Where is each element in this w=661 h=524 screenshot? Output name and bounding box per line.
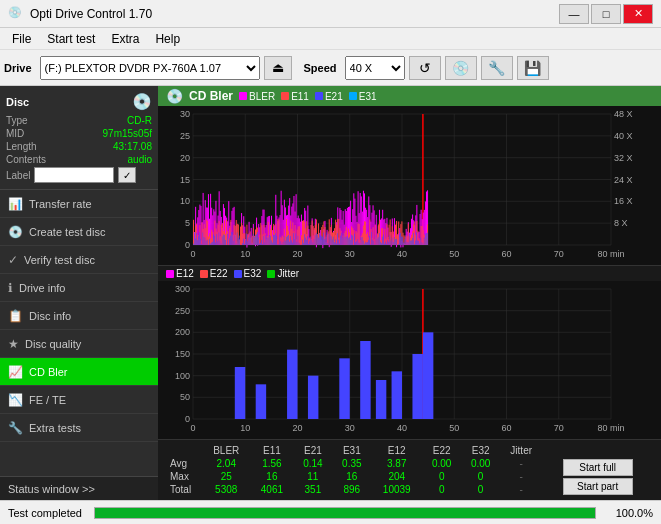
status-text: Test completed bbox=[8, 507, 82, 519]
bottom-chart-legend: E12 E22 E32 Jitter bbox=[158, 266, 661, 281]
max-e11: 16 bbox=[250, 470, 293, 483]
top-chart-canvas bbox=[158, 106, 661, 265]
sidebar-item-drive-info-label: Drive info bbox=[19, 282, 65, 294]
cd-bler-icon: 📈 bbox=[8, 365, 23, 379]
avg-e12: 3.87 bbox=[371, 457, 422, 470]
e12-dot bbox=[166, 270, 174, 278]
sidebar-item-fe-te[interactable]: 📉 FE / TE bbox=[0, 386, 158, 414]
max-e12: 204 bbox=[371, 470, 422, 483]
length-label: Length bbox=[6, 141, 37, 152]
avg-label: Avg bbox=[166, 457, 202, 470]
e12-label: E12 bbox=[176, 268, 194, 279]
e22-dot bbox=[200, 270, 208, 278]
col-e31: E31 bbox=[332, 444, 371, 457]
max-e21: 11 bbox=[293, 470, 332, 483]
sidebar-item-disc-quality-label: Disc quality bbox=[25, 338, 81, 350]
total-label: Total bbox=[166, 483, 202, 496]
minimize-button[interactable]: — bbox=[559, 4, 589, 24]
max-bler: 25 bbox=[202, 470, 250, 483]
titlebar-controls: — □ ✕ bbox=[559, 4, 653, 24]
stats-table: BLER E11 E21 E31 E12 E22 E32 Jitter Avg bbox=[166, 444, 653, 496]
menu-file[interactable]: File bbox=[4, 30, 39, 48]
drive-label: Drive bbox=[4, 62, 32, 74]
menubar: File Start test Extra Help bbox=[0, 28, 661, 50]
col-jitter: Jitter bbox=[500, 444, 542, 457]
label-key: Label bbox=[6, 170, 30, 181]
sidebar-item-disc-quality[interactable]: ★ Disc quality bbox=[0, 330, 158, 358]
sidebar-item-cd-bler[interactable]: 📈 CD Bler bbox=[0, 358, 158, 386]
progress-percent: 100.0% bbox=[608, 507, 653, 519]
start-part-button[interactable]: Start part bbox=[563, 478, 633, 495]
label-input[interactable] bbox=[34, 167, 114, 183]
start-full-button[interactable]: Start full bbox=[563, 459, 633, 476]
app-icon: 💿 bbox=[8, 6, 24, 22]
e21-legend-label: E21 bbox=[325, 91, 343, 102]
settings-button[interactable]: 🔧 bbox=[481, 56, 513, 80]
speed-select[interactable]: 40 X bbox=[345, 56, 405, 80]
menu-extra[interactable]: Extra bbox=[103, 30, 147, 48]
cd-bler-header-icon: 💿 bbox=[166, 88, 183, 104]
fe-te-icon: 📉 bbox=[8, 393, 23, 407]
legend-e31: E31 bbox=[349, 91, 377, 102]
refresh-button[interactable]: ↺ bbox=[409, 56, 441, 80]
max-label: Max bbox=[166, 470, 202, 483]
bler-legend-label: BLER bbox=[249, 91, 275, 102]
disc-quality-icon: ★ bbox=[8, 337, 19, 351]
total-e31: 896 bbox=[332, 483, 371, 496]
e22-label: E22 bbox=[210, 268, 228, 279]
transfer-rate-icon: 📊 bbox=[8, 197, 23, 211]
eject-button[interactable]: ⏏ bbox=[264, 56, 292, 80]
sidebar-item-verify-test-disc[interactable]: ✓ Verify test disc bbox=[0, 246, 158, 274]
label-confirm-button[interactable]: ✓ bbox=[118, 167, 136, 183]
legend-jitter: Jitter bbox=[267, 268, 299, 279]
avg-e32: 0.00 bbox=[461, 457, 500, 470]
e31-color-dot bbox=[349, 92, 357, 100]
speed-label: Speed bbox=[304, 62, 337, 74]
titlebar: 💿 Opti Drive Control 1.70 — □ ✕ bbox=[0, 0, 661, 28]
sidebar-item-drive-info[interactable]: ℹ Drive info bbox=[0, 274, 158, 302]
maximize-button[interactable]: □ bbox=[591, 4, 621, 24]
bler-color-dot bbox=[239, 92, 247, 100]
jitter-label: Jitter bbox=[277, 268, 299, 279]
menu-help[interactable]: Help bbox=[147, 30, 188, 48]
length-value: 43:17.08 bbox=[113, 141, 152, 152]
charts-area: E12 E22 E32 Jitter bbox=[158, 106, 661, 440]
disc-info-panel: Disc 💿 Type CD-R MID 97m15s05f Length 43… bbox=[0, 86, 158, 190]
progress-bar-inner bbox=[95, 508, 595, 518]
sidebar-item-fe-te-label: FE / TE bbox=[29, 394, 66, 406]
toolbar: Drive (F:) PLEXTOR DVDR PX-760A 1.07 ⏏ S… bbox=[0, 50, 661, 86]
col-e12: E12 bbox=[371, 444, 422, 457]
sidebar-item-extra-tests[interactable]: 🔧 Extra tests bbox=[0, 414, 158, 442]
max-e32: 0 bbox=[461, 470, 500, 483]
contents-value: audio bbox=[128, 154, 152, 165]
action-buttons-cell: Start full Start part bbox=[542, 457, 653, 496]
media-button[interactable]: 💿 bbox=[445, 56, 477, 80]
sidebar-item-create-test-disc[interactable]: 💿 Create test disc bbox=[0, 218, 158, 246]
sidebar-item-create-test-disc-label: Create test disc bbox=[29, 226, 105, 238]
sidebar-item-disc-info[interactable]: 📋 Disc info bbox=[0, 302, 158, 330]
total-e12: 10039 bbox=[371, 483, 422, 496]
disc-section-title: Disc bbox=[6, 96, 29, 108]
col-empty bbox=[166, 444, 202, 457]
type-label: Type bbox=[6, 115, 28, 126]
legend-e21: E21 bbox=[315, 91, 343, 102]
disc-info-icon: 📋 bbox=[8, 309, 23, 323]
col-e22: E22 bbox=[422, 444, 461, 457]
max-e31: 16 bbox=[332, 470, 371, 483]
status-window-button[interactable]: Status window >> bbox=[0, 476, 158, 500]
create-test-disc-icon: 💿 bbox=[8, 225, 23, 239]
total-e32: 0 bbox=[461, 483, 500, 496]
sidebar: Disc 💿 Type CD-R MID 97m15s05f Length 43… bbox=[0, 86, 158, 500]
legend-bler: BLER bbox=[239, 91, 275, 102]
e32-label: E32 bbox=[244, 268, 262, 279]
menu-start-test[interactable]: Start test bbox=[39, 30, 103, 48]
save-button[interactable]: 💾 bbox=[517, 56, 549, 80]
top-chart bbox=[158, 106, 661, 266]
total-e22: 0 bbox=[422, 483, 461, 496]
total-bler: 5308 bbox=[202, 483, 250, 496]
drive-select[interactable]: (F:) PLEXTOR DVDR PX-760A 1.07 bbox=[40, 56, 260, 80]
sidebar-item-verify-test-disc-label: Verify test disc bbox=[24, 254, 95, 266]
avg-e11: 1.56 bbox=[250, 457, 293, 470]
sidebar-item-transfer-rate[interactable]: 📊 Transfer rate bbox=[0, 190, 158, 218]
close-button[interactable]: ✕ bbox=[623, 4, 653, 24]
